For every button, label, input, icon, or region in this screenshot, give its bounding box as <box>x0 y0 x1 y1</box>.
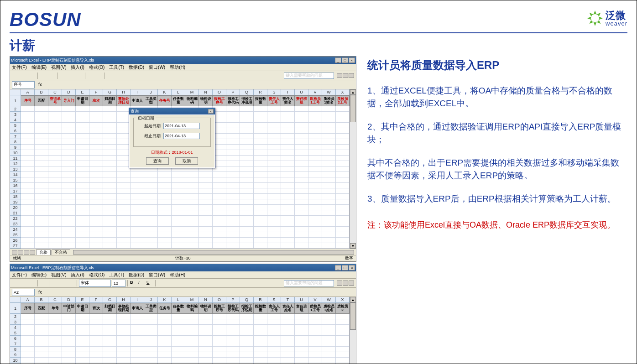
col-header[interactable]: C <box>48 89 62 95</box>
row-header[interactable]: 4 <box>10 325 21 330</box>
tb-align-center-icon[interactable] <box>166 280 173 287</box>
row-header[interactable]: 21 <box>10 210 21 216</box>
col-header[interactable]: P <box>226 89 240 95</box>
col-header[interactable]: R <box>254 89 267 95</box>
col-header[interactable]: M <box>185 89 199 95</box>
row-header[interactable]: 20 <box>10 205 21 210</box>
col-header[interactable]: O <box>213 297 226 303</box>
row-header[interactable]: 5 <box>10 123 21 128</box>
inner-max-button[interactable] <box>343 281 348 286</box>
row-header[interactable]: 26 <box>10 238 21 243</box>
inner-close-button[interactable] <box>349 73 354 78</box>
menu-item[interactable]: 窗口(W) <box>149 272 165 278</box>
col-header[interactable]: E <box>76 89 89 95</box>
tb-paste-icon[interactable] <box>76 72 83 79</box>
menu-item[interactable]: 编辑(E) <box>31 64 47 71</box>
col-header[interactable]: H <box>117 297 131 303</box>
col-header[interactable]: H <box>117 89 131 95</box>
col-header[interactable]: K <box>158 297 172 303</box>
tb-print-icon[interactable] <box>40 72 47 79</box>
row-header[interactable]: 1 <box>10 303 21 314</box>
col-header[interactable]: G <box>103 89 117 95</box>
col-header[interactable]: O <box>213 89 226 95</box>
scroll-up-icon[interactable]: ▲ <box>350 89 356 95</box>
col-header[interactable]: T <box>281 89 295 95</box>
sheet-tab-fail[interactable]: 不合格 <box>52 250 70 255</box>
tab-nav-prev[interactable] <box>18 250 23 255</box>
col-header[interactable]: L <box>172 89 185 95</box>
row-header[interactable]: 12 <box>10 161 21 166</box>
col-header[interactable]: F <box>89 89 103 95</box>
row-header[interactable]: 10 <box>10 150 21 156</box>
col-header[interactable]: B <box>35 89 48 95</box>
col-header[interactable]: S <box>267 89 281 95</box>
close-button[interactable]: × <box>349 57 355 63</box>
col-header[interactable]: V <box>308 297 322 303</box>
row-header[interactable]: 9 <box>10 352 21 358</box>
row-header[interactable]: 9 <box>10 145 21 150</box>
tab-nav-next[interactable] <box>24 250 29 255</box>
tb-sum-icon[interactable] <box>115 72 122 79</box>
row-header[interactable]: 2 <box>10 314 21 319</box>
menu-item[interactable]: 视图(V) <box>51 64 66 71</box>
tb-italic-icon[interactable]: I <box>138 280 145 287</box>
maximize-button[interactable]: □ <box>342 57 348 63</box>
help-search-1[interactable]: 键入需要帮助的问题 <box>284 73 334 79</box>
tb-redo-icon[interactable] <box>95 72 103 79</box>
row-header[interactable]: 6 <box>10 336 21 341</box>
col-header[interactable]: N <box>199 89 213 95</box>
row-header[interactable]: 25 <box>10 232 21 238</box>
col-header[interactable]: C <box>48 297 62 303</box>
col-header[interactable]: I <box>131 89 144 95</box>
menu-item[interactable]: 文件(F) <box>12 272 27 278</box>
tb-cut-icon[interactable] <box>51 280 58 287</box>
data-rows-2[interactable] <box>21 314 350 364</box>
row-header[interactable]: 16 <box>10 183 21 188</box>
col-header[interactable]: X <box>336 89 350 95</box>
col-header[interactable]: G <box>103 297 117 303</box>
row-header[interactable]: 24 <box>10 227 21 232</box>
tab-nav-last[interactable] <box>30 250 35 255</box>
end-date-input[interactable] <box>163 133 200 139</box>
col-header[interactable]: P <box>226 297 240 303</box>
font-size-box[interactable]: 12 <box>112 280 125 287</box>
col-header[interactable]: J <box>144 297 158 303</box>
minimize-button[interactable]: _ <box>335 57 341 63</box>
inner-min-button[interactable] <box>337 73 342 78</box>
tb-open-icon[interactable] <box>20 72 27 79</box>
col-header[interactable]: X <box>336 297 350 303</box>
dialog-close-button[interactable]: × <box>208 109 214 114</box>
menu-item[interactable]: 视图(V) <box>51 272 66 278</box>
col-header[interactable]: U <box>295 297 308 303</box>
select-all-corner[interactable] <box>10 297 21 303</box>
row-header[interactable]: 27 <box>10 243 21 249</box>
col-header[interactable]: D <box>62 89 76 95</box>
tb-open-icon[interactable] <box>20 280 27 287</box>
row-header[interactable]: 5 <box>10 330 21 336</box>
tb-undo-icon[interactable] <box>87 72 94 79</box>
namebox-1[interactable]: 序号 <box>12 81 35 88</box>
sheet-tab-pass[interactable]: 合格 <box>36 250 51 255</box>
scroll-up-icon[interactable]: ▲ <box>350 297 356 302</box>
font-name-box[interactable]: 宋体 <box>79 280 111 287</box>
maximize-button[interactable]: □ <box>342 265 348 270</box>
tb-cut-icon[interactable] <box>59 72 67 79</box>
row-header[interactable]: 2 <box>10 106 21 112</box>
menu-item[interactable]: 工具(T) <box>109 64 124 71</box>
col-header[interactable]: J <box>144 89 158 95</box>
menu-item[interactable]: 插入(I) <box>71 64 84 71</box>
menu-item[interactable]: 格式(O) <box>89 272 104 278</box>
tb-copy-icon[interactable] <box>68 72 75 79</box>
hscrollbar-1[interactable] <box>73 250 354 255</box>
col-header[interactable]: E <box>76 297 89 303</box>
tb-align-right-icon[interactable] <box>174 280 181 287</box>
tb-paste-icon[interactable] <box>68 280 75 287</box>
row-header[interactable]: 3 <box>10 112 21 117</box>
menu-item[interactable]: 格式(O) <box>89 64 104 71</box>
col-header[interactable]: V <box>308 89 322 95</box>
col-header[interactable]: R <box>254 297 267 303</box>
row-header[interactable]: 18 <box>10 194 21 199</box>
row-header[interactable]: 6 <box>10 128 21 134</box>
row-header[interactable]: 8 <box>10 347 21 352</box>
col-header[interactable]: T <box>281 297 295 303</box>
